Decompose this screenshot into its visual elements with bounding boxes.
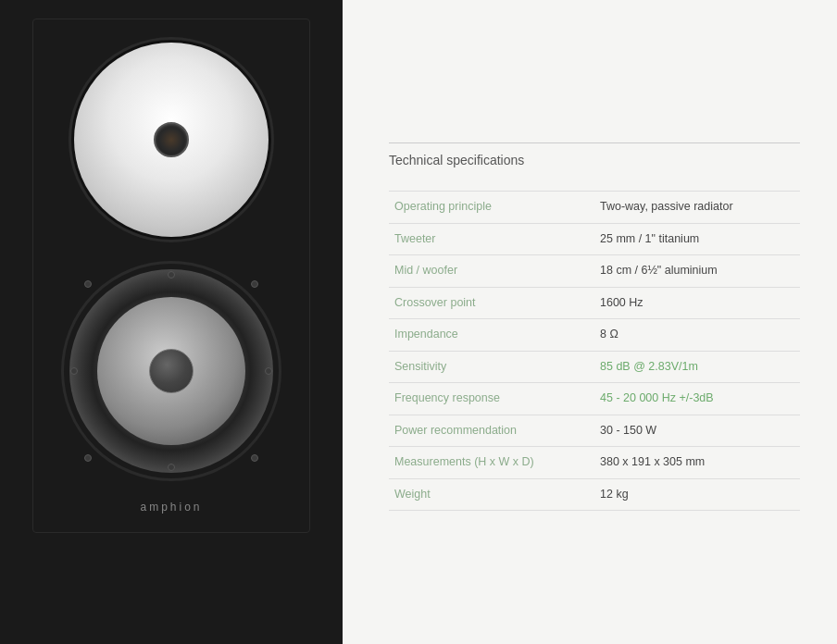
table-row: Impendance8 Ω: [389, 319, 800, 352]
spec-value: 18 cm / 6½" aluminium: [594, 255, 800, 288]
spec-value: 8 Ω: [594, 319, 800, 352]
brand-label: amphion: [140, 501, 202, 518]
table-row: Mid / woofer18 cm / 6½" aluminium: [389, 255, 800, 288]
spec-label: Measurements (H x W x D): [389, 447, 594, 479]
table-row: Weight12 kg: [389, 478, 800, 511]
spec-value: 85 dB @ 2.83V/1m: [594, 351, 800, 383]
title-divider: [389, 142, 800, 143]
screw: [168, 464, 175, 471]
table-row: Frequency response45 - 20 000 Hz +/-3dB: [389, 383, 800, 415]
spec-value: 380 x 191 x 305 mm: [594, 447, 800, 479]
table-row: Measurements (H x W x D)380 x 191 x 305 …: [389, 447, 800, 479]
woofer-cone: [97, 297, 245, 445]
speaker-body: amphion: [32, 19, 310, 533]
tweeter-center: [154, 122, 189, 157]
woofer-dustcap: [149, 349, 194, 393]
spec-label: Mid / woofer: [389, 255, 594, 288]
tweeter-cone: [74, 43, 269, 237]
spec-value: 12 kg: [594, 478, 800, 511]
specs-panel: Technical specifications Operating princ…: [343, 0, 837, 644]
screw: [251, 280, 258, 288]
spec-value: 30 - 150 W: [594, 415, 800, 447]
screw: [84, 454, 92, 462]
screw: [70, 367, 78, 375]
woofer-surround: [69, 269, 273, 473]
spec-value: 25 mm / 1" titanium: [594, 223, 800, 255]
screw: [84, 280, 92, 288]
screw: [251, 454, 258, 462]
table-row: Sensitivity85 dB @ 2.83V/1m: [389, 351, 800, 383]
table-row: Crossover point1600 Hz: [389, 287, 800, 319]
spec-value: 1600 Hz: [594, 287, 800, 319]
spec-label: Tweeter: [389, 223, 594, 255]
speaker-image-panel: amphion: [0, 0, 343, 644]
table-row: Tweeter25 mm / 1" titanium: [389, 223, 800, 255]
screw: [168, 271, 175, 279]
tweeter-cone-area: [69, 38, 273, 242]
specs-title: Technical specifications: [389, 153, 800, 167]
spec-value: Two-way, passive radiator: [594, 192, 800, 224]
specs-title-section: Technical specifications: [389, 142, 800, 167]
spec-label: Impendance: [389, 319, 594, 352]
table-row: Power recommendation30 - 150 W: [389, 415, 800, 447]
spec-label: Power recommendation: [389, 415, 594, 447]
table-row: Operating principleTwo-way, passive radi…: [389, 192, 800, 224]
screw: [265, 367, 272, 375]
spec-value: 45 - 20 000 Hz +/-3dB: [594, 383, 800, 415]
woofer-outer-ring: [61, 261, 281, 481]
spec-label: Crossover point: [389, 287, 594, 319]
spec-label: Weight: [389, 478, 594, 511]
specs-table: Operating principleTwo-way, passive radi…: [389, 191, 800, 511]
woofer-area: [60, 260, 282, 482]
spec-label: Operating principle: [389, 192, 594, 224]
spec-label: Frequency response: [389, 383, 594, 415]
spec-label: Sensitivity: [389, 351, 594, 383]
